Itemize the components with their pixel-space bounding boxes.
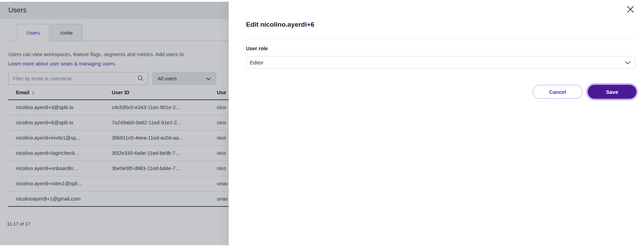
modal-actions: Cancel Save [533, 85, 636, 99]
edit-user-modal: Edit nicolino.ayerdi+6 User role Editor … [229, 0, 644, 248]
cancel-button[interactable]: Cancel [533, 85, 583, 99]
modal-divider [246, 38, 639, 38]
user-role-label: User role [246, 46, 268, 51]
chevron-down-icon [625, 60, 630, 65]
close-icon[interactable] [626, 5, 635, 14]
modal-dim-overlay [0, 2, 229, 245]
user-role-select[interactable]: Editor [246, 56, 636, 69]
modal-title: Edit nicolino.ayerdi+6 [246, 21, 314, 28]
user-role-value: Editor [250, 60, 263, 65]
save-button[interactable]: Save [588, 85, 636, 99]
users-page: Users Users Invite Users can view worksp… [0, 2, 229, 245]
